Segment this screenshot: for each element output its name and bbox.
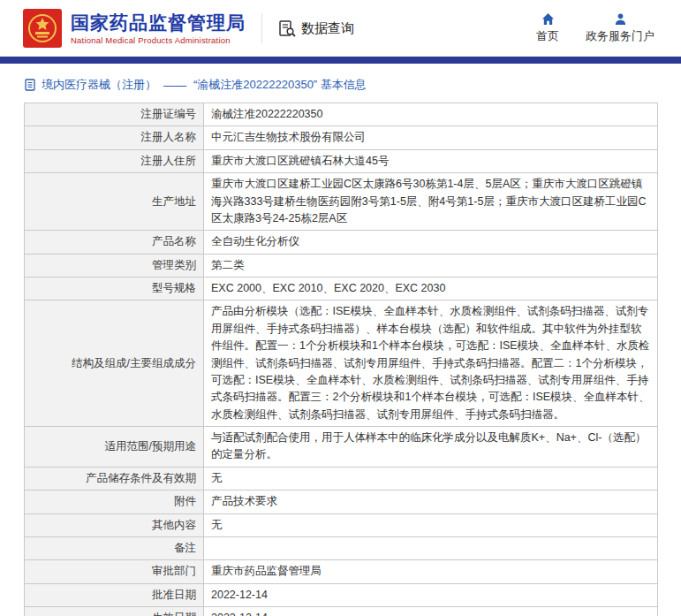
row-label: 注册人住所 bbox=[25, 150, 204, 172]
row-label: 产品储存条件及有效期 bbox=[25, 468, 204, 490]
row-label: 备注 bbox=[25, 537, 204, 559]
table-row: 其他内容 无 bbox=[25, 514, 657, 537]
person-icon bbox=[614, 12, 627, 26]
row-label: 型号规格 bbox=[25, 278, 204, 300]
row-value: 中元汇吉生物技术股份有限公司 bbox=[204, 126, 657, 148]
row-label: 产品名称 bbox=[25, 231, 204, 253]
top-nav: 首页 政务服务门户 bbox=[536, 12, 658, 44]
row-label: 审批部门 bbox=[25, 560, 204, 582]
row-value: 重庆市大渡口区跳磴镇石林大道45号 bbox=[204, 150, 657, 172]
agency-title: 国家药品监督管理局 bbox=[71, 11, 246, 34]
row-label: 附件 bbox=[25, 491, 204, 513]
agency-logo-block[interactable]: 国家药品监督管理局 National Medical Products Admi… bbox=[23, 9, 246, 48]
site-header: 国家药品监督管理局 National Medical Products Admi… bbox=[0, 0, 681, 57]
table-row: 备注 bbox=[25, 537, 657, 560]
nav-data-query-label: 数据查询 bbox=[301, 20, 354, 37]
row-value: 2022-12-14 bbox=[204, 607, 657, 616]
breadcrumb-separator: —— bbox=[163, 79, 186, 92]
breadcrumb-current: “渝械注准20222220350” 基本信息 bbox=[193, 77, 367, 93]
header-divider bbox=[261, 13, 262, 43]
home-icon bbox=[541, 12, 555, 26]
row-value: 与适配试剂配合使用，用于人体样本中的临床化学成分以及电解质K+、Na+、Cl-（… bbox=[204, 427, 657, 467]
row-label: 生效日期 bbox=[25, 607, 204, 616]
nav-portal[interactable]: 政务服务门户 bbox=[586, 12, 655, 44]
nav-data-query[interactable]: 数据查询 bbox=[278, 19, 354, 37]
table-row: 生产地址 重庆市大渡口区建桥工业园C区太康路6号30栋第1-4层、5层A区；重庆… bbox=[25, 173, 657, 231]
row-value: 重庆市大渡口区建桥工业园C区太康路6号30栋第1-4层、5层A区；重庆市大渡口区… bbox=[204, 173, 657, 230]
row-value: 重庆市药品监督管理局 bbox=[204, 560, 657, 582]
row-value: 全自动生化分析仪 bbox=[204, 231, 657, 253]
national-emblem-icon bbox=[23, 9, 62, 48]
row-value: 渝械注准20222220350 bbox=[204, 103, 657, 125]
table-row: 注册人名称 中元汇吉生物技术股份有限公司 bbox=[25, 126, 657, 149]
table-row: 管理类别 第二类 bbox=[25, 255, 657, 278]
row-value: 产品技术要求 bbox=[204, 491, 657, 513]
row-label: 适用范围/预期用途 bbox=[25, 427, 204, 467]
row-label: 其他内容 bbox=[25, 514, 204, 536]
table-row: 审批部门 重庆市药品监督管理局 bbox=[25, 560, 657, 583]
breadcrumb: 境内医疗器械（注册） —— “渝械注准20222220350” 基本信息 bbox=[24, 77, 658, 93]
table-row: 生效日期 2022-12-14 bbox=[25, 607, 657, 616]
table-row: 型号规格 EXC 2000、EXC 2010、EXC 2020、EXC 2030 bbox=[25, 278, 657, 300]
nav-home-label: 首页 bbox=[536, 28, 559, 44]
table-row: 产品储存条件及有效期 无 bbox=[25, 468, 657, 491]
table-row: 注册人住所 重庆市大渡口区跳磴镇石林大道45号 bbox=[25, 150, 657, 173]
table-row: 附件 产品技术要求 bbox=[25, 491, 657, 513]
row-label: 注册人名称 bbox=[25, 126, 204, 148]
document-icon bbox=[24, 79, 36, 91]
table-row: 适用范围/预期用途 与适配试剂配合使用，用于人体样本中的临床化学成分以及电解质K… bbox=[25, 427, 657, 468]
row-label: 批准日期 bbox=[25, 584, 204, 606]
table-row: 批准日期 2022-12-14 bbox=[25, 584, 657, 607]
table-row: 注册证编号 渝械注准20222220350 bbox=[25, 103, 657, 126]
row-label: 结构及组成/主要组成成分 bbox=[25, 300, 204, 426]
table-row: 产品名称 全自动生化分析仪 bbox=[25, 231, 657, 254]
table-row: 结构及组成/主要组成成分 产品由分析模块（选配：ISE模块、全血样本针、水质检测… bbox=[25, 300, 657, 427]
row-value: 2022-12-14 bbox=[204, 584, 657, 606]
row-label: 生产地址 bbox=[25, 173, 204, 230]
nav-home[interactable]: 首页 bbox=[536, 12, 559, 44]
agency-subtitle: National Medical Products Administration bbox=[71, 35, 246, 45]
row-value bbox=[204, 537, 657, 559]
row-value: EXC 2000、EXC 2010、EXC 2020、EXC 2030 bbox=[204, 278, 657, 300]
row-value: 无 bbox=[204, 468, 657, 490]
breadcrumb-section[interactable]: 境内医疗器械（注册） bbox=[42, 77, 156, 93]
document-search-icon bbox=[278, 19, 296, 37]
registration-info-table: 注册证编号 渝械注准20222220350 注册人名称 中元汇吉生物技术股份有限… bbox=[24, 103, 658, 616]
row-value: 无 bbox=[204, 514, 657, 536]
row-label: 管理类别 bbox=[25, 255, 204, 277]
nav-portal-label: 政务服务门户 bbox=[586, 28, 655, 44]
row-label: 注册证编号 bbox=[25, 103, 204, 125]
header-accent-bar bbox=[0, 57, 681, 64]
row-value: 产品由分析模块（选配：ISE模块、全血样本针、水质检测组件、试剂条码扫描器、试剂… bbox=[204, 300, 657, 426]
row-value: 第二类 bbox=[204, 255, 657, 277]
